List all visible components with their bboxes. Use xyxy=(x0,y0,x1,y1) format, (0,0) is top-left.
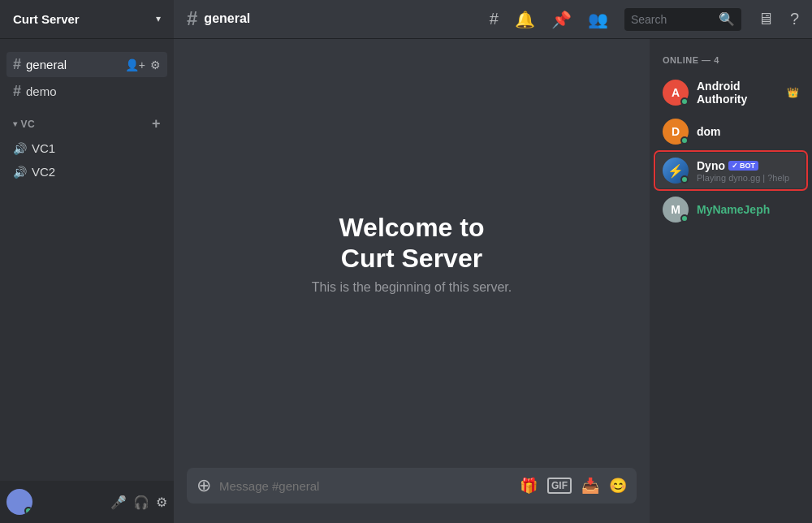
vc-label: VC xyxy=(21,119,152,130)
chat-input-area: ⊕ 🎁 GIF 📥 😊 xyxy=(174,468,650,523)
welcome-section: Welcome toCurt Server This is the beginn… xyxy=(312,212,512,296)
member-item-dom[interactable]: D dom xyxy=(656,114,806,149)
member-avatar-dyno: ⚡ xyxy=(663,158,689,184)
emoji-icon[interactable]: 😊 xyxy=(609,477,627,495)
pin-icon[interactable]: 📌 xyxy=(551,10,572,29)
members-panel: ONLINE — 4 A Android Authority 👑 D xyxy=(650,39,812,523)
channel-hash-general: # xyxy=(13,56,21,73)
member-name-android-authority: Android Authority xyxy=(697,80,784,106)
member-name-row-mynamejeph: MyNameJeph xyxy=(697,203,799,216)
chat-area: Welcome toCurt Server This is the beginn… xyxy=(174,39,650,523)
member-status-dom xyxy=(680,136,689,145)
headphone-icon[interactable]: 🎧 xyxy=(133,495,149,510)
add-members-icon[interactable]: 👤+ xyxy=(125,58,145,71)
add-attachment-icon[interactable]: ⊕ xyxy=(197,475,211,496)
help-icon[interactable]: ? xyxy=(790,10,799,28)
member-avatar-mynamejeph: M xyxy=(663,197,689,223)
member-name-row-dom: dom xyxy=(697,125,799,138)
member-name-dyno: Dyno xyxy=(697,159,725,172)
member-info-android-authority: Android Authority 👑 xyxy=(697,80,799,106)
top-bar: Curt Server ▾ # general # 🔔 📌 👥 Search 🔍… xyxy=(0,0,812,39)
channel-header: # general xyxy=(174,0,477,39)
vc-collapse-icon: ▾ xyxy=(13,119,18,128)
vc-section: ▾ VC + 🔊 VC1 🔊 VC2 xyxy=(0,106,174,191)
member-name-mynamejeph: MyNameJeph xyxy=(697,203,770,216)
chat-input-icons: 🎁 GIF 📥 😊 xyxy=(520,477,627,495)
members-section-header: ONLINE — 4 xyxy=(656,52,806,68)
user-settings-icon[interactable]: ⚙ xyxy=(156,495,167,510)
speaker-icon-vc2: 🔊 xyxy=(13,166,27,179)
member-avatar-dom: D xyxy=(663,119,689,145)
channel-label-demo: demo xyxy=(26,84,161,98)
bot-checkmark: ✓ xyxy=(732,162,738,170)
gif-icon[interactable]: GIF xyxy=(547,478,572,494)
chat-messages: Welcome toCurt Server This is the beginn… xyxy=(174,39,650,468)
channel-item-demo[interactable]: # demo xyxy=(6,79,167,104)
vc-item-vc2[interactable]: 🔊 VC2 xyxy=(6,161,167,183)
chat-input-box: ⊕ 🎁 GIF 📥 😊 xyxy=(187,468,637,504)
vc-add-icon[interactable]: + xyxy=(152,115,161,132)
text-channels-section: # general 👤+ ⚙ # demo xyxy=(0,39,174,106)
members-icon[interactable]: 👥 xyxy=(588,10,608,29)
member-avatar-android-authority: A xyxy=(663,80,689,106)
channel-name: general xyxy=(204,11,250,26)
search-box[interactable]: Search 🔍 xyxy=(624,8,741,31)
mic-icon[interactable]: 🎤 xyxy=(110,495,127,510)
member-item-android-authority[interactable]: A Android Authority 👑 xyxy=(656,75,806,110)
header-icons: # 🔔 📌 👥 Search 🔍 🖥 ? xyxy=(477,8,812,31)
footer-icons: 🎤 🎧 ⚙ xyxy=(110,495,167,510)
crown-icon-android-authority: 👑 xyxy=(787,87,799,98)
vc-label-vc2: VC2 xyxy=(32,165,55,179)
search-placeholder: Search xyxy=(631,13,719,26)
sidebar-footer: 🎤 🎧 ⚙ xyxy=(0,481,174,523)
server-header[interactable]: Curt Server ▾ xyxy=(0,0,174,39)
monitor-icon[interactable]: 🖥 xyxy=(758,10,774,28)
channel-hash-demo: # xyxy=(13,83,21,100)
member-status-text-dyno: Playing dyno.gg | ?help xyxy=(697,173,799,183)
member-status-android-authority xyxy=(680,97,689,106)
settings-channel-icon[interactable]: ⚙ xyxy=(150,58,161,71)
message-input[interactable] xyxy=(219,479,512,493)
vc-item-vc1[interactable]: 🔊 VC1 xyxy=(6,137,167,159)
member-info-dom: dom xyxy=(697,125,799,138)
bell-icon[interactable]: 🔔 xyxy=(515,10,535,29)
member-item-dyno[interactable]: ➤ ⚡ Dyno ✓ BOT Playing dyno.gg | ?help xyxy=(656,153,806,188)
bot-badge-dyno: ✓ BOT xyxy=(728,161,758,171)
user-status-dot xyxy=(24,507,32,515)
channel-item-general[interactable]: # general 👤+ ⚙ xyxy=(6,52,167,77)
channel-hash-icon: # xyxy=(187,7,197,30)
current-user-avatar[interactable] xyxy=(6,489,32,515)
welcome-title: Welcome toCurt Server xyxy=(312,212,512,274)
upload-icon[interactable]: 📥 xyxy=(581,477,599,495)
search-icon: 🔍 xyxy=(719,11,735,27)
sidebar: # general 👤+ ⚙ # demo ▾ VC + 🔊 VC1 xyxy=(0,39,174,523)
vc-label-vc1: VC1 xyxy=(32,141,55,155)
server-dropdown-icon: ▾ xyxy=(156,13,161,24)
member-info-mynamejeph: MyNameJeph xyxy=(697,203,799,216)
member-name-row-dyno: Dyno ✓ BOT xyxy=(697,159,799,172)
main-layout: # general 👤+ ⚙ # demo ▾ VC + 🔊 VC1 xyxy=(0,39,812,523)
member-name-row-android-authority: Android Authority 👑 xyxy=(697,80,799,106)
member-status-mynamejeph xyxy=(680,214,689,223)
channel-label-general: general xyxy=(26,58,125,71)
hashtag-icon[interactable]: # xyxy=(490,10,499,28)
member-status-dyno xyxy=(680,175,689,184)
member-info-dyno: Dyno ✓ BOT Playing dyno.gg | ?help xyxy=(697,159,799,183)
vc-section-header[interactable]: ▾ VC + xyxy=(6,112,167,136)
welcome-subtitle: This is the beginning of this server. xyxy=(312,280,512,295)
member-item-mynamejeph[interactable]: M MyNameJeph xyxy=(656,192,806,227)
channel-icons-general: 👤+ ⚙ xyxy=(125,58,161,71)
speaker-icon-vc1: 🔊 xyxy=(13,142,27,155)
gift-icon[interactable]: 🎁 xyxy=(520,477,538,495)
server-name: Curt Server xyxy=(13,12,156,26)
member-name-dom: dom xyxy=(697,125,721,138)
